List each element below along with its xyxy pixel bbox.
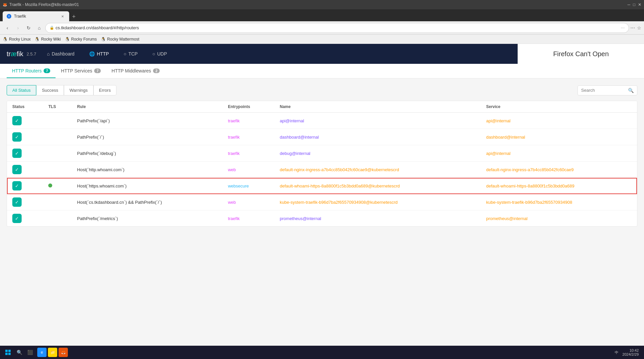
rule-text: PathPrefix(`/debug`) (77, 151, 116, 156)
bookmark-rocky-mattermost[interactable]: 🐧 Rocky Mattermost (101, 37, 139, 42)
filter-buttons: All Status Success Warnings Errors (7, 85, 116, 95)
svg-rect-0 (5, 350, 8, 352)
service-cell: default-nginx-ingress-a7b4cc85b042fc60ca… (481, 162, 637, 178)
svg-rect-1 (8, 350, 11, 352)
name-cell: dashboard@internal (274, 129, 481, 145)
sub-nav-http-services[interactable]: HTTP Services 7 (56, 64, 106, 78)
name-cell: api@internal (274, 113, 481, 129)
tls-cell (43, 178, 72, 194)
filter-errors[interactable]: Errors (93, 85, 116, 95)
rule-cell: Host(`http.whoami.com`) (72, 162, 223, 178)
traefik-header: træfik 2.5.7 ⌂ Dashboard 🌐 HTTP ○ TCP ○ … (0, 44, 644, 64)
edge-icon[interactable]: e (37, 348, 47, 357)
entrypoint-cell: web (223, 194, 274, 210)
nav-tcp[interactable]: ○ TCP (119, 49, 141, 59)
search-box[interactable]: 🔍 (577, 85, 637, 95)
bookmark-rocky-linux[interactable]: 🐧 Rocky Linux (3, 37, 31, 42)
entrypoint-value: websecure (228, 183, 249, 188)
entrypoint-cell: traefik (223, 129, 274, 145)
col-name: Name (274, 101, 481, 113)
rule-text: Host(`cs.tkdashboard.cn`) && PathPrefix(… (77, 200, 162, 205)
close-button[interactable]: ✕ (638, 2, 641, 7)
entrypoint-value: web (228, 200, 236, 205)
status-cell: ✓ (7, 129, 43, 145)
nav-http[interactable]: 🌐 HTTP (85, 49, 113, 59)
dashboard-icon: ⌂ (47, 51, 50, 57)
entrypoint-cell: traefik (223, 210, 274, 227)
filter-all-status[interactable]: All Status (7, 85, 36, 95)
rocky-linux-icon: 🐧 (3, 37, 8, 42)
rule-text: PathPrefix(`/metrics`) (77, 216, 118, 221)
search-taskbar[interactable]: 🔍 (15, 348, 24, 357)
col-status: Status (7, 101, 43, 113)
entrypoint-cell: web (223, 162, 274, 178)
forward-button[interactable]: › (13, 23, 23, 33)
table-row[interactable]: ✓ PathPrefix(`/api`) traefik api@interna… (7, 113, 637, 129)
service-cell: default-whoami-https-8a8800f1c5b3bdd0a68… (481, 178, 637, 194)
taskbar-time: 10:42 (622, 348, 639, 352)
tcp-icon: ○ (123, 51, 126, 57)
back-button[interactable]: ‹ (3, 23, 12, 33)
files-icon[interactable]: 📁 (48, 348, 57, 357)
tls-cell (43, 145, 72, 162)
bookmarks-bar: 🐧 Rocky Linux 🐧 Rocky Wiki 🐧 Rocky Forum… (0, 35, 644, 44)
table-row[interactable]: ✓ PathPrefix(`/`) traefik dashboard@inte… (7, 129, 637, 145)
rule-cell: Host(`https.whoami.com`) (72, 178, 223, 194)
home-button[interactable]: ⌂ (35, 23, 44, 33)
table-row[interactable]: ✓ Host(`https.whoami.com`) websecure def… (7, 178, 637, 194)
col-tls: TLS (43, 101, 72, 113)
firefox-error-text: Firefox Can't Open (553, 50, 609, 58)
tls-cell (43, 162, 72, 178)
name-value: dashboard@internal (280, 135, 319, 140)
table-row[interactable]: ✓ Host(`http.whoami.com`) web default-ng… (7, 162, 637, 178)
taskbar-lang: 中 (615, 350, 618, 355)
url-bar[interactable]: 🔒 cs.tkdashboard.cn/dashboard/#/http/rou… (45, 23, 629, 33)
task-view[interactable]: ⬛ (25, 348, 35, 357)
service-cell: kube-system-traefik-b96d7ba2f65570934908 (481, 194, 637, 210)
bookmark-icon[interactable]: ☆ (637, 25, 641, 31)
http-icon: 🌐 (89, 51, 95, 57)
nav-dashboard[interactable]: ⌂ Dashboard (43, 49, 79, 59)
filter-warnings[interactable]: Warnings (64, 85, 93, 95)
sub-nav-http-routers[interactable]: HTTP Routers 7 (7, 64, 56, 78)
service-cell: api@internal (481, 113, 637, 129)
nav-udp[interactable]: ○ UDP (148, 49, 171, 59)
firefox-icon[interactable]: 🦊 (59, 348, 68, 357)
status-cell: ✓ (7, 178, 43, 194)
minimize-button[interactable]: ─ (627, 2, 630, 7)
table-row[interactable]: ✓ PathPrefix(`/debug`) traefik debug@int… (7, 145, 637, 162)
search-input[interactable] (581, 88, 626, 93)
taskbar-date: 2024/2/29 (622, 352, 639, 356)
name-value: prometheus@internal (280, 216, 321, 221)
bookmark-rocky-forums[interactable]: 🐧 Rocky Forums (65, 37, 97, 42)
entrypoint-value: traefik (228, 135, 240, 140)
sub-nav-http-middlewares[interactable]: HTTP Middlewares 2 (106, 64, 165, 78)
status-icon: ✓ (12, 214, 22, 223)
service-value: dashboard@internal (486, 135, 525, 140)
url-star-icon[interactable]: ⋯ (621, 26, 625, 30)
tls-cell (43, 129, 72, 145)
filter-success[interactable]: Success (36, 85, 64, 95)
bookmark-rocky-wiki[interactable]: 🐧 Rocky Wiki (35, 37, 61, 42)
entrypoint-value: web (228, 167, 236, 172)
restore-button[interactable]: □ (633, 2, 635, 7)
extensions-icon[interactable]: ⋯ (630, 25, 635, 31)
new-tab-button[interactable]: + (69, 12, 79, 21)
table-row[interactable]: ✓ PathPrefix(`/metrics`) traefik prometh… (7, 210, 637, 227)
tls-cell (43, 194, 72, 210)
rocky-wiki-icon: 🐧 (35, 37, 40, 42)
firefox-error-overlay: Firefox Can't Open (518, 44, 644, 64)
active-tab[interactable]: T Traefik ✕ (3, 11, 69, 21)
tab-close-button[interactable]: ✕ (60, 14, 65, 19)
table-row[interactable]: ✓ Host(`cs.tkdashboard.cn`) && PathPrefi… (7, 194, 637, 210)
nav-bar: ‹ › ↻ ⌂ 🔒 cs.tkdashboard.cn/dashboard/#/… (0, 21, 644, 35)
status-cell: ✓ (7, 145, 43, 162)
tab-bar: T Traefik ✕ + (0, 9, 644, 21)
status-icon: ✓ (12, 132, 22, 142)
status-icon: ✓ (12, 197, 22, 207)
reload-button[interactable]: ↻ (24, 23, 33, 33)
start-button[interactable] (3, 347, 13, 358)
status-cell: ✓ (7, 194, 43, 210)
status-cell: ✓ (7, 113, 43, 129)
window-title: Traefik - Mozilla Firefox@k8s-master01 (9, 2, 79, 7)
